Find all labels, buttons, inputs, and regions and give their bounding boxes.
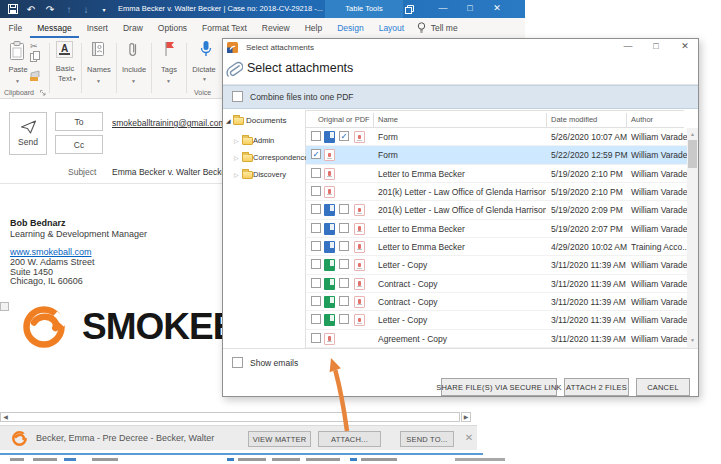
pdf-checkbox[interactable]	[339, 204, 349, 214]
tree-collapsed-icon[interactable]: ▷	[234, 172, 239, 178]
tab-message[interactable]: Message	[30, 18, 80, 38]
scroll-right-icon[interactable]: ▶	[461, 412, 471, 422]
column-author[interactable]: Author	[631, 111, 653, 129]
clipboard-expander-icon[interactable]	[40, 90, 46, 96]
file-row[interactable]: Letter - Copy3/11/2020 11:39 AMWilliam V…	[306, 311, 687, 329]
file-row[interactable]: ✓Form5/22/2020 12:59 PMWilliam Varade	[306, 146, 687, 164]
pdf-checkbox[interactable]	[339, 259, 349, 269]
cc-button[interactable]: Cc	[55, 135, 103, 154]
attach-button[interactable]: ATTACH...	[318, 431, 381, 447]
file-row[interactable]: 201(k) Letter - Law Office of Glenda Har…	[306, 183, 687, 201]
pdf-checkbox[interactable]	[311, 168, 321, 178]
tab-file[interactable]: File	[1, 18, 30, 38]
undo-icon[interactable]: ↶	[24, 0, 38, 18]
original-checkbox[interactable]	[311, 204, 321, 214]
to-recipient[interactable]: smokeballtraining@gmail.com	[112, 118, 226, 128]
original-checkbox[interactable]	[311, 296, 321, 306]
original-checkbox[interactable]	[311, 131, 321, 141]
context-tab-table-tools[interactable]: Table Tools	[325, 0, 403, 18]
tree-expanded-icon[interactable]: ◢	[226, 118, 231, 124]
pdf-checkbox[interactable]: ✓	[311, 149, 321, 159]
include-label[interactable]: Include	[118, 65, 150, 74]
dialog-close-button[interactable]: ✕	[675, 39, 695, 55]
tab-layout[interactable]: Layout	[371, 18, 412, 38]
bar-close-icon[interactable]: ✕	[462, 430, 476, 446]
scroll-up-icon[interactable]: ▲	[687, 129, 698, 140]
view-matter-button[interactable]: VIEW MATTER	[248, 431, 311, 447]
tab-options[interactable]: Options	[150, 18, 194, 38]
dialog-scrollbar[interactable]: ▲ ▼	[687, 128, 698, 348]
scroll-left-icon[interactable]: ◀	[1, 413, 10, 421]
table-handle-icon[interactable]	[0, 302, 9, 311]
dialog-maximize-button[interactable]: □	[646, 39, 666, 55]
qat-customize-icon[interactable]: ▾	[98, 0, 110, 18]
paste-icon[interactable]	[9, 41, 25, 61]
pdf-checkbox[interactable]	[339, 241, 349, 251]
attach-files-button[interactable]: ATTACH 2 FILES	[564, 378, 629, 396]
pdf-checkbox[interactable]	[311, 186, 321, 196]
attach-file-icon[interactable]	[127, 41, 139, 58]
file-row[interactable]: Letter to Emma Becker4/29/2020 10:02 AMT…	[306, 238, 687, 256]
tell-me-box[interactable]: Tell me	[431, 23, 458, 33]
tree-item-documents[interactable]: Documents	[246, 114, 286, 128]
close-button[interactable]: ✕	[488, 0, 506, 18]
signature-website-link[interactable]: www.smokeball.com	[10, 247, 92, 257]
save-icon[interactable]	[6, 0, 20, 18]
paste-label[interactable]: Paste	[4, 65, 32, 74]
share-secure-link-button[interactable]: SHARE FILE(S) VIA SECURE LINK	[441, 378, 557, 396]
show-emails-checkbox[interactable]	[232, 357, 243, 368]
column-original-or-pdf[interactable]: Original or PDF	[318, 111, 370, 129]
tab-help[interactable]: Help	[297, 18, 329, 38]
original-checkbox[interactable]	[311, 278, 321, 288]
tab-insert[interactable]: Insert	[79, 18, 115, 38]
original-checkbox[interactable]	[311, 314, 321, 324]
file-row[interactable]: Letter to Emma Becker5/19/2020 2:10 PMWi…	[306, 165, 687, 183]
original-checkbox[interactable]	[311, 259, 321, 269]
redo-icon[interactable]: ↷	[43, 0, 57, 18]
pdf-checkbox[interactable]	[339, 223, 349, 233]
address-book-icon[interactable]	[91, 41, 105, 57]
pdf-checkbox[interactable]	[311, 333, 321, 343]
file-row[interactable]: Letter - Copy3/11/2020 11:39 AMWilliam V…	[306, 256, 687, 274]
file-row[interactable]: ✓Form5/26/2020 10:07 AMWilliam Varade	[306, 128, 687, 146]
original-checkbox[interactable]	[311, 241, 321, 251]
pdf-checkbox[interactable]	[339, 314, 349, 324]
maximize-button[interactable]: □	[461, 0, 479, 18]
file-row[interactable]: Agreement - Copy3/11/2020 11:39 AMWillia…	[306, 330, 687, 348]
send-to-button[interactable]: SEND TO...	[400, 431, 454, 447]
combine-checkbox[interactable]	[232, 91, 243, 102]
horizontal-scrollbar[interactable]: ◀	[0, 412, 460, 422]
copy-icon[interactable]	[30, 51, 40, 62]
basic-text-label-1[interactable]: Basic	[50, 64, 80, 73]
tree-item-correspondence[interactable]: Correspondence	[253, 151, 308, 165]
move-down-icon[interactable]: ↓	[80, 0, 92, 18]
file-row[interactable]: 201(k) Letter - Law Office of Glenda Har…	[306, 201, 687, 219]
tab-draw[interactable]: Draw	[115, 18, 150, 38]
pdf-checkbox[interactable]	[339, 278, 349, 288]
pdf-checkbox[interactable]: ✓	[339, 131, 349, 141]
follow-up-flag-icon[interactable]	[163, 41, 176, 57]
scrollbar-thumb[interactable]	[688, 140, 697, 168]
tab-format-text[interactable]: Format Text	[195, 18, 255, 38]
dictate-icon[interactable]	[199, 40, 213, 59]
file-row[interactable]: Letter to Emma Becker5/19/2020 2:07 PMWi…	[306, 220, 687, 238]
cut-icon[interactable]: ✂	[30, 41, 38, 51]
file-row[interactable]: Contract - Copy3/11/2020 11:39 AMWilliam…	[306, 275, 687, 293]
file-row[interactable]: Contract - Copy3/11/2020 11:39 AMWilliam…	[306, 293, 687, 311]
original-checkbox[interactable]	[311, 223, 321, 233]
cancel-button[interactable]: CANCEL	[636, 378, 690, 396]
tree-collapsed-icon[interactable]: ▷	[234, 155, 239, 161]
tags-label[interactable]: Tags	[155, 65, 183, 74]
move-up-icon[interactable]: ↑	[63, 0, 75, 18]
restore-icon[interactable]	[402, 0, 416, 18]
to-button[interactable]: To	[55, 112, 103, 131]
tree-collapsed-icon[interactable]: ▷	[234, 138, 239, 144]
minimize-button[interactable]: —	[434, 0, 452, 18]
dialog-minimize-button[interactable]: —	[618, 39, 638, 55]
column-name[interactable]: Name	[378, 111, 398, 129]
tree-item-admin[interactable]: Admin	[253, 134, 274, 148]
pdf-checkbox[interactable]	[339, 296, 349, 306]
scroll-down-icon[interactable]: ▼	[687, 335, 698, 346]
tab-review[interactable]: Review	[254, 18, 297, 38]
basic-text-icon[interactable]: A	[56, 41, 73, 58]
